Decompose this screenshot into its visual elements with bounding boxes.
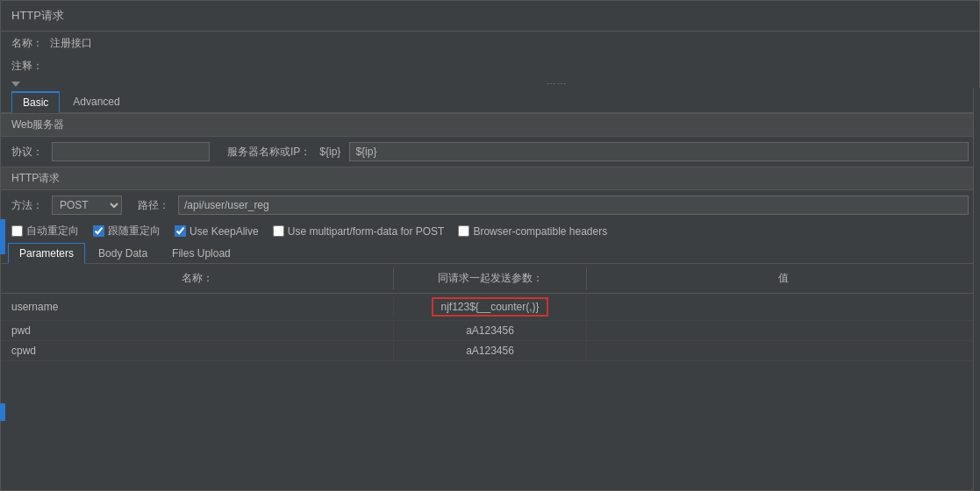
keepalive-label: Use KeepAlive [190, 225, 259, 238]
http-request-panel: HTTP请求 名称： 注册接口 注释： ⋯⋯ Basic Advanced We… [0, 0, 980, 491]
panel-title: HTTP请求 [1, 1, 979, 32]
row1-name-text: username [11, 301, 58, 313]
protocol-label: 协议： [11, 145, 43, 160]
browser-compat-label: Browser-compatible headers [473, 225, 607, 238]
web-server-section: Web服务器 [1, 113, 979, 137]
auto-redirect-label: 自动重定向 [26, 224, 79, 238]
row3-value-text: aA123456 [466, 345, 514, 357]
http-request-label: HTTP请求 [11, 172, 60, 184]
web-server-label: Web服务器 [11, 118, 64, 131]
comment-row: 注释： [1, 55, 979, 77]
row3-value [587, 347, 979, 354]
side-indicator-bottom [0, 403, 5, 421]
col-name-header: 名称： [1, 267, 394, 289]
panel-title-text: HTTP请求 [11, 9, 64, 22]
keepalive-checkbox[interactable] [175, 225, 186, 237]
resize-dots: ⋯⋯ [547, 79, 568, 89]
row3-send: aA123456 [394, 341, 587, 360]
sub-tab-files-upload[interactable]: Files Upload [161, 243, 242, 264]
side-indicator [0, 219, 5, 254]
row1-value [587, 303, 979, 310]
tab-advanced-label: Advanced [73, 96, 119, 108]
table-row: username njf123${__counter(,)} [1, 294, 979, 321]
right-scrollbar[interactable] [973, 88, 980, 491]
name-row: 名称： 注册接口 [1, 32, 979, 55]
row2-name: pwd [1, 321, 394, 340]
server-name-label: 服务器名称或IP： [227, 145, 311, 160]
name-label: 名称： [11, 36, 43, 51]
col-send-header: 同请求一起发送参数： [394, 267, 587, 289]
tabs-bar: Basic Advanced [1, 90, 979, 113]
row1-send: njf123${__counter(,)} [394, 294, 587, 320]
arrow-down-icon [11, 82, 20, 87]
path-label: 路径： [138, 198, 169, 213]
collapse-handle[interactable]: ⋯⋯ [1, 77, 979, 90]
server-row: 协议： 服务器名称或IP： ${ip} [1, 137, 979, 167]
col-name-text: 名称： [182, 272, 213, 284]
protocol-input[interactable] [52, 142, 210, 161]
sub-tab-body-data-label: Body Data [98, 247, 147, 260]
sub-tab-files-upload-label: Files Upload [172, 247, 231, 260]
col-value-text: 值 [778, 272, 789, 284]
name-value: 注册接口 [50, 36, 92, 51]
checkbox-auto-redirect[interactable]: 自动重定向 [11, 224, 79, 238]
checkbox-browser-compat[interactable]: Browser-compatible headers [458, 225, 607, 238]
sub-tab-parameters[interactable]: Parameters [8, 243, 85, 264]
sub-tab-parameters-label: Parameters [19, 247, 74, 260]
row3-name: cpwd [1, 341, 394, 360]
col-send-text: 同请求一起发送参数： [438, 272, 543, 284]
checkboxes-row: 自动重定向 跟随重定向 Use KeepAlive Use multipart/… [1, 220, 979, 242]
tab-basic-label: Basic [23, 96, 48, 109]
checkbox-multipart[interactable]: Use multipart/form-data for POST [273, 225, 445, 238]
sub-tabs-bar: Parameters Body Data Files Upload [1, 242, 979, 264]
follow-redirect-checkbox[interactable] [93, 225, 104, 237]
tab-basic[interactable]: Basic [11, 91, 60, 113]
params-table: 名称： 同请求一起发送参数： 值 username njf123${__coun… [1, 264, 979, 490]
checkbox-keepalive[interactable]: Use KeepAlive [175, 225, 259, 238]
multipart-label: Use multipart/form-data for POST [288, 225, 445, 238]
method-label: 方法： [11, 198, 43, 213]
row3-name-text: cpwd [11, 345, 36, 357]
row2-value-text: aA123456 [466, 324, 514, 337]
row1-value-highlighted[interactable]: njf123${__counter(,)} [432, 297, 547, 317]
checkbox-follow-redirect[interactable]: 跟随重定向 [93, 224, 161, 238]
row2-value [587, 327, 979, 334]
method-path-row: 方法： POST GET PUT DELETE 路径： [1, 190, 979, 220]
method-select[interactable]: POST GET PUT DELETE [52, 196, 122, 215]
row2-name-text: pwd [11, 324, 31, 337]
auto-redirect-checkbox[interactable] [11, 225, 23, 237]
table-row: cpwd aA123456 [1, 341, 979, 361]
browser-compat-checkbox[interactable] [458, 225, 469, 237]
comment-label: 注释： [11, 59, 43, 74]
col-value-header: 值 [587, 267, 979, 289]
params-header: 名称： 同请求一起发送参数： 值 [1, 264, 979, 294]
tab-advanced[interactable]: Advanced [61, 91, 131, 113]
follow-redirect-label: 跟随重定向 [108, 224, 161, 238]
row2-send: aA123456 [394, 321, 587, 340]
sub-tab-body-data[interactable]: Body Data [87, 243, 159, 264]
http-request-section: HTTP请求 [1, 167, 979, 190]
table-row: pwd aA123456 [1, 321, 979, 341]
multipart-checkbox[interactable] [273, 225, 284, 237]
server-ip-input[interactable] [349, 142, 969, 161]
server-ip-value: ${ip} [319, 146, 340, 158]
row1-name: username [1, 297, 394, 317]
path-input[interactable] [178, 196, 969, 215]
